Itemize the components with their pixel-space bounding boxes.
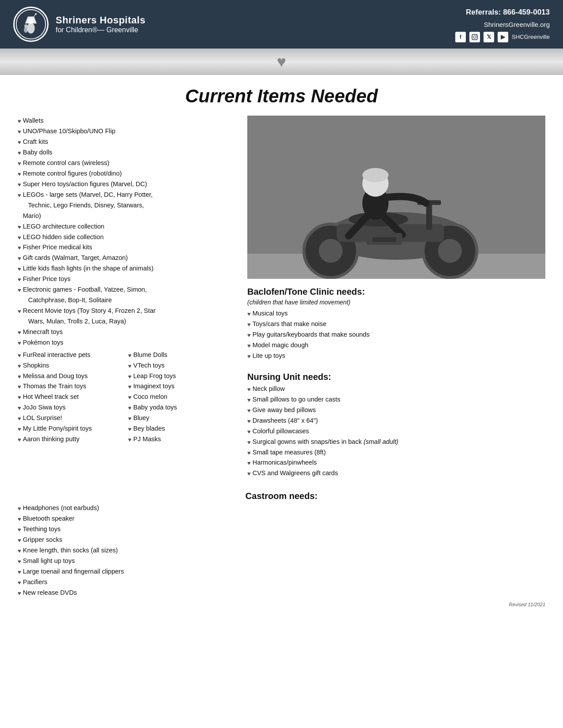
page-title: Current Items Needed [0,86,563,107]
list-item: ♥Recent Movie toys (Toy Story 4, Frozen … [18,306,234,327]
list-item: ♥Imaginext toys [128,381,234,392]
svg-point-15 [438,239,462,263]
castroom-list: ♥Headphones (not earbuds) ♥Bluetooth spe… [18,503,545,598]
list-item: ♥Small light up toys [18,556,545,567]
list-item: ♥Teething toys [18,524,545,535]
baclofen-list: ♥Musical toys ♥Toys/cars that make noise… [247,308,545,361]
svg-point-6 [24,24,27,27]
svg-rect-26 [373,237,397,242]
list-item: ♥Baby yoda toys [128,402,234,413]
photo-box [247,116,545,279]
facebook-icon: f [455,32,466,42]
phone-number: Referrals: 866-459-0013 [455,6,550,19]
two-col-left: ♥FurReal interactive pets ♥Shopkins ♥Mel… [18,350,124,445]
two-col-right: ♥Blume Dolls ♥VTech toys ♥Leap Frog toys… [128,350,234,445]
castroom-heading: Castroom needs: [18,491,545,501]
main-content: ♥Wallets ♥UNO/Phase 10/Skipbo/UNO Flip ♥… [0,116,563,479]
social-handle: SHCGreenville [512,32,550,42]
list-item: ♥Fisher Price medical kits [18,242,234,253]
list-item: ♥Super Hero toys/action figures (Marvel,… [18,179,234,190]
list-item: ♥Craft kits [18,137,234,147]
website: ShrinersGreenville.org [455,19,550,30]
list-item: ♥Headphones (not earbuds) [18,503,545,514]
header-right: Referrals: 866-459-0013 ShrinersGreenvil… [455,6,550,42]
list-item: ♥Large toenail and fingernail clippers [18,567,545,577]
list-item: ♥Remote control cars (wireless) [18,158,234,169]
list-item: ♥Coco melon [128,392,234,402]
youtube-icon: ▶ [498,32,508,42]
org-name-line1: Shriners Hospitals [56,15,145,26]
list-item: ♥Neck pillow [247,384,545,394]
svg-point-9 [476,35,477,36]
list-item: ♥Bluey [128,413,234,424]
main-items-column: ♥Wallets ♥UNO/Phase 10/Skipbo/UNO Flip ♥… [18,116,234,479]
photo-inner [247,116,545,279]
svg-point-8 [473,36,476,38]
list-item: ♥Leap Frog toys [128,371,234,382]
list-item: ♥My Little Pony/spirit toys [18,424,124,434]
svg-point-3 [27,23,35,34]
svg-point-24 [363,168,389,182]
heart-icon: ♥ [277,54,286,70]
svg-point-17 [319,239,343,263]
list-item: ♥New release DVDs [18,588,545,598]
list-item: ♥FurReal interactive pets [18,350,124,360]
logo-circle [13,7,49,42]
list-item: ♥Aaron thinking putty [18,434,124,445]
list-item: ♥LOL Surprise! [18,413,124,424]
list-item: ♥Surgical gowns with snaps/ties in back … [247,437,545,447]
list-item: ♥Bey blades [128,424,234,434]
list-item: ♥Thomas the Train toys [18,381,124,392]
list-item: ♥CVS and Walgreens gift cards [247,468,545,479]
list-item: ♥JoJo Siwa toys [18,402,124,413]
instagram-icon [469,32,480,42]
list-item: ♥Pokémon toys [18,338,234,348]
castroom-section: Castroom needs: ♥Headphones (not earbuds… [0,479,563,598]
list-item: ♥Gripper socks [18,535,545,545]
nursing-list: ♥Neck pillow ♥Small pillows to go under … [247,384,545,479]
list-item: ♥Musical toys [247,308,545,319]
list-item: ♥Mario) [18,211,234,221]
list-item: ♥Hot Wheel track set [18,392,124,402]
list-item: ♥Melissa and Doug toys [18,371,124,382]
revised-label: Revised 11/2021 [0,598,563,612]
right-column: Baclofen/Tone Clinic needs: (children th… [247,116,545,479]
list-item: ♥Lite up toys [247,351,545,361]
twitter-icon: 𝕏 [484,32,494,42]
list-item: ♥Baby dolls [18,147,234,158]
list-item: ♥Knee length, thin socks (all sizes) [18,545,545,556]
list-item: ♥Drawsheets (48" x 64") [247,416,545,426]
list-item: ♥Wallets [18,116,234,126]
list-item: ♥Electronic games - Football, Yatzee, Si… [18,285,234,306]
social-icons: f 𝕏 ▶ SHCGreenville [455,32,550,42]
list-item: ♥Give away bed pillows [247,405,545,416]
list-item: ♥Small pillows to go under casts [247,394,545,405]
list-item: ♥Play guitars/keyboards that make sounds [247,330,545,340]
baclofen-subheading: (children that have limited movement) [247,299,545,306]
list-item: ♥Gift cards (Walmart, Target, Amazon) [18,253,234,263]
main-items-list: ♥Wallets ♥UNO/Phase 10/Skipbo/UNO Flip ♥… [18,116,234,348]
list-item: ♥Colorful pillowcases [247,426,545,437]
list-item: ♥Small tape measures (8ft) [247,447,545,458]
list-item: ♥Blume Dolls [128,350,234,360]
svg-point-5 [24,26,28,33]
svg-rect-7 [472,34,477,40]
list-item: ♥VTech toys [128,360,234,371]
list-item: ♥UNO/Phase 10/Skipbo/UNO Flip [18,126,234,137]
list-item: ♥Harmonicas/pinwheels [247,458,545,468]
header: Shriners Hospitals for Children®— Greenv… [0,0,563,49]
list-item: ♥PJ Masks [128,434,234,445]
svg-line-1 [34,14,36,16]
list-item: ♥Shopkins [18,360,124,371]
list-item: ♥Little kids flash lights (in the shape … [18,263,234,274]
list-item: ♥Model magic dough [247,340,545,351]
nursing-heading: Nursing Unit needs: [247,372,545,382]
heart-banner: ♥ [0,49,563,75]
list-item: ♥LEGO architecture collection [18,221,234,232]
header-title: Shriners Hospitals for Children®— Greenv… [56,15,145,34]
list-item: ♥Fisher Price toys [18,274,234,285]
list-item: ♥Toys/cars that make noise [247,319,545,330]
list-item: ♥Bluetooth speaker [18,514,545,524]
svg-point-4 [29,19,34,24]
svg-point-2 [35,13,37,15]
